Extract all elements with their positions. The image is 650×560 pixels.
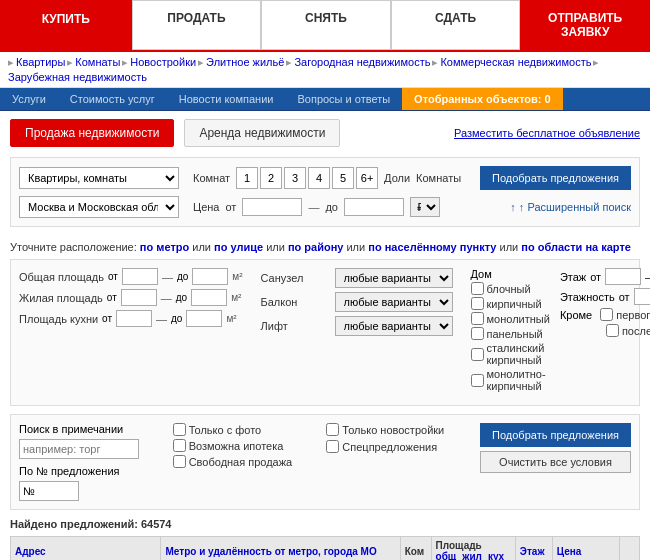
bathroom-select[interactable]: любые варианты bbox=[335, 268, 453, 288]
kitchen-area-from[interactable] bbox=[116, 310, 152, 327]
breadcrumb-item-new[interactable]: Новостройки bbox=[130, 56, 196, 69]
note-label: Поиск в примечании bbox=[19, 423, 123, 435]
price-to-input[interactable] bbox=[344, 198, 404, 216]
nav-buy[interactable]: КУПИТЬ bbox=[0, 0, 132, 50]
except-first[interactable]: первого bbox=[600, 308, 650, 321]
nav-submit[interactable]: ОТПРАВИТЬ ЗАЯВКУ bbox=[520, 0, 650, 50]
currency-select[interactable]: ₽ $ bbox=[410, 197, 440, 217]
floor-row: Этаж от — до bbox=[560, 268, 650, 285]
type-stalin-checkbox[interactable] bbox=[471, 348, 484, 361]
mortgage[interactable]: Возможна ипотека bbox=[173, 439, 317, 452]
free-sale[interactable]: Свободная продажа bbox=[173, 455, 317, 468]
secnav-prices[interactable]: Стоимость услуг bbox=[58, 88, 167, 110]
type-panel-checkbox[interactable] bbox=[471, 327, 484, 340]
breadcrumb-item-apartments[interactable]: Квартиры bbox=[16, 56, 65, 69]
room-btn-3[interactable]: 3 bbox=[284, 167, 306, 189]
note-input[interactable] bbox=[19, 439, 139, 459]
property-type-select[interactable]: Квартиры, комнаты bbox=[19, 167, 179, 189]
floors-from[interactable] bbox=[634, 288, 650, 305]
type-monolith-checkbox[interactable] bbox=[471, 312, 484, 325]
col-actions bbox=[620, 537, 640, 561]
type-monolith-brick-checkbox[interactable] bbox=[471, 374, 484, 387]
secnav-faq[interactable]: Вопросы и ответы bbox=[285, 88, 402, 110]
type-brick-checkbox[interactable] bbox=[471, 297, 484, 310]
except-first-checkbox[interactable] bbox=[600, 308, 613, 321]
house-types-list: блочный кирпичный монолитный панельный с… bbox=[471, 282, 550, 392]
sort-metro[interactable]: Метро и удалённость от метро, города МО bbox=[165, 546, 376, 557]
lift-select[interactable]: любые варианты bbox=[335, 316, 453, 336]
type-brick[interactable]: кирпичный bbox=[471, 297, 550, 310]
expand-search-btn[interactable]: ↑ ↑ Расширенный поиск bbox=[510, 201, 631, 213]
room-btn-4[interactable]: 4 bbox=[308, 167, 330, 189]
living-area-to[interactable] bbox=[191, 289, 227, 306]
floor-from[interactable] bbox=[605, 268, 641, 285]
sort-floor[interactable]: Этаж bbox=[520, 546, 545, 557]
breadcrumb-item-rooms[interactable]: Комнаты bbox=[75, 56, 120, 69]
free-sale-checkbox[interactable] bbox=[173, 455, 186, 468]
locality-link[interactable]: по населённому пункту bbox=[368, 241, 496, 253]
type-monolith[interactable]: монолитный bbox=[471, 312, 550, 325]
special-offers[interactable]: Спецпредложения bbox=[326, 440, 470, 453]
special-checkbox[interactable] bbox=[326, 440, 339, 453]
sort-price[interactable]: Цена bbox=[557, 546, 582, 557]
suggest-btn-2[interactable]: Подобрать предложения bbox=[480, 423, 631, 447]
sort-living[interactable]: жил bbox=[462, 551, 482, 560]
new-builds[interactable]: Только новостройки bbox=[326, 423, 470, 436]
balcony-select[interactable]: любые варианты bbox=[335, 292, 453, 312]
photo-only[interactable]: Только с фото bbox=[173, 423, 317, 436]
num-input[interactable] bbox=[19, 481, 79, 501]
extras-mid: Только с фото Возможна ипотека Свободная… bbox=[173, 423, 317, 501]
room-btn-1[interactable]: 1 bbox=[236, 167, 258, 189]
breadcrumb: ▸ Квартиры ▸ Комнаты ▸ Новостройки ▸ Эли… bbox=[0, 52, 650, 88]
tab-rent[interactable]: Аренда недвижимости bbox=[184, 119, 340, 147]
type-block-checkbox[interactable] bbox=[471, 282, 484, 295]
type-monolith-brick[interactable]: монолитно-кирпичный bbox=[471, 368, 550, 392]
nav-lease[interactable]: СДАТЬ bbox=[391, 0, 521, 50]
photo-checkbox[interactable] bbox=[173, 423, 186, 436]
metro-link[interactable]: по метро bbox=[140, 241, 189, 253]
tab-sale[interactable]: Продажа недвижимости bbox=[10, 119, 174, 147]
room-btn-2[interactable]: 2 bbox=[260, 167, 282, 189]
room-btn-5[interactable]: 5 bbox=[332, 167, 354, 189]
mortgage-checkbox[interactable] bbox=[173, 439, 186, 452]
nav-rent[interactable]: СНЯТЬ bbox=[261, 0, 391, 50]
region-select[interactable]: Москва и Московская область bbox=[19, 196, 179, 218]
price-from-input[interactable] bbox=[242, 198, 302, 216]
secnav-news[interactable]: Новости компании bbox=[167, 88, 286, 110]
clear-btn[interactable]: Очистить все условия bbox=[480, 451, 631, 473]
except-last-checkbox[interactable] bbox=[606, 324, 619, 337]
sort-total[interactable]: общ bbox=[436, 551, 457, 560]
street-link[interactable]: по улице bbox=[214, 241, 263, 253]
sort-address[interactable]: Адрес bbox=[15, 546, 46, 557]
living-area-from[interactable] bbox=[121, 289, 157, 306]
expand-label: ↑ Расширенный поиск bbox=[519, 201, 631, 213]
type-panel[interactable]: панельный bbox=[471, 327, 550, 340]
new-builds-checkbox[interactable] bbox=[326, 423, 339, 436]
except-last[interactable]: последнего bbox=[606, 324, 650, 337]
breadcrumb-item-country[interactable]: Загородная недвижимость bbox=[294, 56, 430, 69]
total-area-to[interactable] bbox=[192, 268, 228, 285]
type-stalin[interactable]: сталинский кирпичный bbox=[471, 342, 550, 366]
room-btn-6plus[interactable]: 6+ bbox=[356, 167, 378, 189]
sort-kitchen[interactable]: кух bbox=[488, 551, 504, 560]
floor-section: Этаж от — до Этажность от — до bbox=[560, 268, 650, 392]
floor-label: Этаж bbox=[560, 271, 586, 283]
nav-sell[interactable]: ПРОДАТЬ bbox=[132, 0, 262, 50]
post-listing-link[interactable]: Разместить бесплатное объявление bbox=[454, 127, 640, 139]
rooms-label: Комнат bbox=[193, 172, 230, 184]
breadcrumb-item-elite[interactable]: Элитное жильё bbox=[206, 56, 284, 69]
top-navigation: КУПИТЬ ПРОДАТЬ СНЯТЬ СДАТЬ ОТПРАВИТЬ ЗАЯ… bbox=[0, 0, 650, 52]
breadcrumb-item-foreign[interactable]: Зарубежная недвижимость bbox=[8, 71, 147, 83]
type-block[interactable]: блочный bbox=[471, 282, 550, 295]
district-link[interactable]: по району bbox=[288, 241, 344, 253]
secnav-services[interactable]: Услуги bbox=[0, 88, 58, 110]
shares-label: Доли bbox=[384, 172, 410, 184]
kitchen-area-row: Площадь кухни от — до м² bbox=[19, 310, 243, 327]
secnav-selected[interactable]: Отобранных объектов: 0 bbox=[402, 88, 563, 110]
map-link[interactable]: по области на карте bbox=[521, 241, 631, 253]
except-label: Кроме bbox=[560, 309, 592, 321]
suggest-btn-1[interactable]: Подобрать предложения bbox=[480, 166, 631, 190]
total-area-from[interactable] bbox=[122, 268, 158, 285]
kitchen-area-to[interactable] bbox=[186, 310, 222, 327]
breadcrumb-item-commercial[interactable]: Коммерческая недвижимость bbox=[440, 56, 591, 69]
